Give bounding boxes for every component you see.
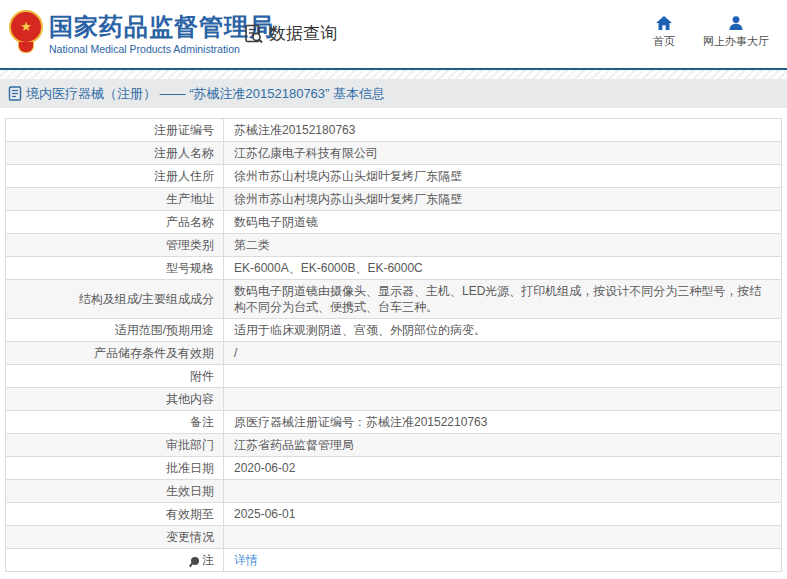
national-emblem-icon: ★ <box>9 10 43 60</box>
row-label: 注册证编号 <box>154 123 214 137</box>
table-row: 适用范围/预期用途适用于临床观测阴道、宫颈、外阴部位的病变。 <box>6 319 782 342</box>
row-label: 有效期至 <box>166 507 214 521</box>
row-value: 第二类 <box>234 238 270 252</box>
row-label: 产品名称 <box>166 215 214 229</box>
row-value: 江苏省药品监督管理局 <box>234 438 354 452</box>
table-row: 型号规格EK-6000A、EK-6000B、EK-6000C <box>6 257 782 280</box>
top-nav: 首页 网上办事大厅 <box>625 16 769 49</box>
row-label: 结构及组成/主要组成成分 <box>79 292 214 306</box>
table-row: 其他内容 <box>6 388 782 411</box>
registration-info-table: 注册证编号苏械注准20152180763注册人名称江苏亿康电子科技有限公司注册人… <box>5 118 782 572</box>
row-label: 生效日期 <box>166 484 214 498</box>
table-row: 产品名称数码电子阴道镜 <box>6 211 782 234</box>
breadcrumb: 境内医疗器械（注册） —— “苏械注准20152180763” 基本信息 <box>0 79 787 108</box>
org-name-en: National Medical Products Administration <box>49 42 274 56</box>
table-row: 注册证编号苏械注准20152180763 <box>6 119 782 142</box>
table-row: 产品储存条件及有效期/ <box>6 342 782 365</box>
table-row: 备注原医疗器械注册证编号：苏械注准20152210763 <box>6 411 782 434</box>
doc-search-icon <box>243 23 265 45</box>
nav-service-hall[interactable]: 网上办事大厅 <box>703 16 769 49</box>
row-label: 附件 <box>190 369 214 383</box>
data-query-nav[interactable]: 数据查询 <box>243 22 337 45</box>
person-icon <box>728 16 744 30</box>
org-name-zh: 国家药品监督管理局 <box>49 12 274 42</box>
table-row: 管理类别第二类 <box>6 234 782 257</box>
table-row: 有效期至2025-06-01 <box>6 503 782 526</box>
table-row: 附件 <box>6 365 782 388</box>
row-value: 徐州市苏山村境内苏山头烟叶复烤厂东隔壁 <box>234 169 462 183</box>
row-label: 注册人住所 <box>154 169 214 183</box>
details-link[interactable]: 详情 <box>234 553 258 567</box>
table-row: 生产地址徐州市苏山村境内苏山头烟叶复烤厂东隔壁 <box>6 188 782 211</box>
hatch-strip <box>0 70 787 79</box>
document-icon <box>8 86 22 101</box>
row-label: 产品储存条件及有效期 <box>94 346 214 360</box>
row-label: 注册人名称 <box>154 146 214 160</box>
table-row: 注册人名称江苏亿康电子科技有限公司 <box>6 142 782 165</box>
row-value: 2025-06-01 <box>234 507 295 521</box>
row-value: 2020-06-02 <box>234 461 295 475</box>
row-value: / <box>234 346 237 360</box>
row-value: 原医疗器械注册证编号：苏械注准20152210763 <box>234 415 487 429</box>
table-row: 批准日期2020-06-02 <box>6 457 782 480</box>
row-label: 备注 <box>190 415 214 429</box>
note-icon <box>191 557 199 565</box>
row-label: 适用范围/预期用途 <box>115 323 214 337</box>
info-table-body: 注册证编号苏械注准20152180763注册人名称江苏亿康电子科技有限公司注册人… <box>6 119 782 572</box>
table-wrap: 注册证编号苏械注准20152180763注册人名称江苏亿康电子科技有限公司注册人… <box>0 108 787 572</box>
page-title: 境内医疗器械（注册） —— “苏械注准20152180763” 基本信息 <box>26 85 385 103</box>
row-label: 变更情况 <box>166 530 214 544</box>
table-row: 变更情况 <box>6 526 782 549</box>
row-value: 徐州市苏山村境内苏山头烟叶复烤厂东隔壁 <box>234 192 462 206</box>
row-value: 适用于临床观测阴道、宫颈、外阴部位的病变。 <box>234 323 486 337</box>
table-row: 审批部门江苏省药品监督管理局 <box>6 434 782 457</box>
home-icon <box>656 16 672 30</box>
org-names: 国家药品监督管理局 National Medical Products Admi… <box>49 10 274 56</box>
table-row: 注册人住所徐州市苏山村境内苏山头烟叶复烤厂东隔壁 <box>6 165 782 188</box>
site-header: ★ 国家药品监督管理局 National Medical Products Ad… <box>0 0 787 70</box>
row-label: 批准日期 <box>166 461 214 475</box>
nav-home-label: 首页 <box>653 34 675 49</box>
row-label: 其他内容 <box>166 392 214 406</box>
nmpa-logo: ★ 国家药品监督管理局 National Medical Products Ad… <box>9 10 274 60</box>
row-label: 注 <box>202 553 214 567</box>
table-row: 生效日期 <box>6 480 782 503</box>
star-icon: ★ <box>20 20 32 33</box>
emblem-ribbon <box>18 42 34 53</box>
data-query-label: 数据查询 <box>269 22 337 45</box>
nav-home[interactable]: 首页 <box>653 16 675 49</box>
row-value: 数码电子阴道镜 <box>234 215 318 229</box>
table-row: 注详情 <box>6 549 782 572</box>
row-label: 型号规格 <box>166 261 214 275</box>
row-label: 生产地址 <box>166 192 214 206</box>
row-value: 苏械注准20152180763 <box>234 123 355 137</box>
row-value: 江苏亿康电子科技有限公司 <box>234 146 378 160</box>
emblem-circle: ★ <box>9 10 43 44</box>
table-row: 结构及组成/主要组成成分数码电子阴道镜由摄像头、显示器、主机、LED光源、打印机… <box>6 280 782 319</box>
nav-service-hall-label: 网上办事大厅 <box>703 34 769 49</box>
row-label: 审批部门 <box>166 438 214 452</box>
row-label: 管理类别 <box>166 238 214 252</box>
row-value: EK-6000A、EK-6000B、EK-6000C <box>234 261 423 275</box>
row-value: 数码电子阴道镜由摄像头、显示器、主机、LED光源、打印机组成，按设计不同分为三种… <box>234 284 761 314</box>
